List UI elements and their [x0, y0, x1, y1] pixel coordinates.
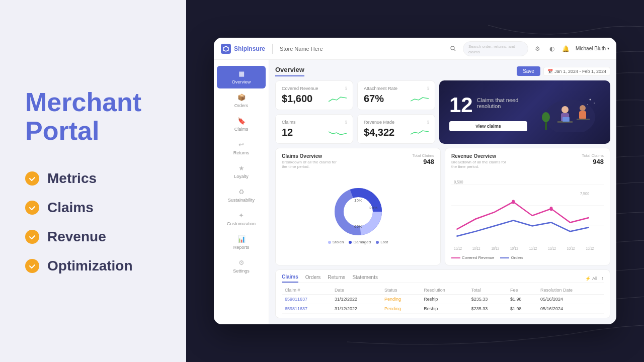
tab-statements[interactable]: Statements	[352, 275, 378, 282]
sidebar-label-returns: Returns	[233, 150, 250, 155]
store-name: Store Name Here	[280, 46, 323, 52]
hero-illustration	[540, 92, 600, 132]
hero-card: 12 Claims that need resolution View clai…	[439, 80, 610, 144]
svg-point-5	[561, 106, 569, 113]
revenue-total-value: 948	[582, 158, 604, 165]
sidebar-item-returns[interactable]: ↩ Returns	[217, 137, 266, 159]
logo-text: ShipInsure	[234, 45, 265, 52]
claims-section: Claims Orders Returns Statements ⚡ All ↑	[275, 269, 610, 318]
main-content: ▦ Overview 📦 Orders 🔖 Claims ↩ Returns ★	[214, 60, 616, 324]
svg-point-12	[590, 99, 591, 101]
revenue-overview-card: Revenue Overview Breakdown of all the cl…	[445, 148, 610, 265]
metric-label-claims: Claims	[282, 120, 296, 125]
save-button[interactable]: Save	[517, 66, 540, 76]
returns-icon: ↩	[238, 141, 244, 148]
date-range[interactable]: 📅 Jan 1, 2024 - Feb 1, 2024	[543, 67, 610, 76]
sidebar-item-orders[interactable]: 📦 Orders	[217, 89, 266, 112]
svg-point-28	[549, 207, 552, 211]
donut-chart: 15% 20% 65%	[333, 187, 383, 237]
svg-text:10/12: 10/12	[454, 246, 462, 251]
topbar-divider	[272, 44, 273, 54]
svg-point-18	[346, 199, 371, 224]
dashboard-card: ShipInsure Store Name Here Search order,…	[214, 38, 616, 324]
sidebar-item-overview[interactable]: ▦ Overview	[217, 66, 266, 88]
tab-claims[interactable]: Claims	[282, 274, 298, 283]
svg-text:65%: 65%	[354, 224, 362, 229]
filter-button[interactable]: ⚡ All	[585, 276, 597, 281]
topbar-right: Search order, returns, and claims ⚙ ◐ 🔔 …	[449, 41, 609, 56]
svg-line-1	[454, 50, 456, 51]
legend-label-orders: Orders	[511, 255, 523, 260]
claim-resolution-0: Reship	[421, 295, 468, 304]
table-row: 659811637 31/12/2022 Pending Reship $235…	[282, 295, 604, 304]
svg-text:10/12: 10/12	[472, 246, 480, 251]
svg-text:10/12: 10/12	[567, 246, 575, 251]
sidebar-item-loyalty[interactable]: ★ Loyalty	[217, 160, 266, 183]
feature-item-claims: Claims	[25, 200, 161, 216]
sidebar-item-claims[interactable]: 🔖 Claims	[217, 113, 266, 136]
claims-tabs: Claims Orders Returns Statements ⚡ All ↑	[282, 274, 604, 283]
svg-point-8	[580, 105, 586, 111]
sidebar-item-settings[interactable]: ⚙ Settings	[217, 255, 266, 278]
settings-icon[interactable]: ⚙	[533, 44, 542, 53]
bell-icon[interactable]: 🔔	[561, 44, 571, 53]
customization-icon: ✦	[238, 212, 244, 219]
moon-icon[interactable]: ◐	[547, 44, 556, 53]
svg-text:7,500: 7,500	[580, 191, 590, 196]
tab-orders[interactable]: Orders	[305, 275, 321, 282]
svg-text:10/12: 10/12	[586, 246, 594, 251]
view-claims-button[interactable]: View claims	[449, 121, 527, 131]
overview-icon: ▦	[238, 70, 245, 77]
search-icon[interactable]	[449, 44, 458, 53]
top-row: Covered Revenue ℹ $1,600	[275, 80, 610, 144]
search-bar[interactable]: Search order, returns, and claims	[463, 41, 528, 56]
claims-total-value: 948	[412, 158, 434, 165]
sidebar-label-customization: Customization	[227, 221, 256, 226]
svg-text:15%: 15%	[354, 198, 362, 203]
metric-info-icon-0: ℹ	[345, 86, 347, 91]
orders-icon: 📦	[237, 94, 246, 101]
legend-dot-lost	[376, 241, 379, 244]
sidebar-label-orders: Orders	[234, 103, 249, 108]
svg-point-0	[451, 46, 454, 50]
legend-label-covered-revenue: Covered Revenue	[462, 255, 494, 260]
sidebar: ▦ Overview 📦 Orders 🔖 Claims ↩ Returns ★	[214, 60, 269, 324]
sidebar-item-sustainability[interactable]: ♻ Sustainability	[217, 184, 266, 207]
settings-sidebar-icon: ⚙	[238, 259, 245, 266]
metric-label-revenue-made: Revenue Made	[364, 120, 394, 125]
trend-line-3	[411, 128, 429, 138]
claim-id-1[interactable]: 659811637	[285, 306, 307, 311]
col-resolution-date: Resolution Date	[537, 286, 604, 295]
tab-returns[interactable]: Returns	[328, 275, 345, 282]
svg-rect-11	[562, 117, 570, 122]
feature-item-metrics: Metrics	[25, 170, 161, 187]
legend-covered-revenue: Covered Revenue	[451, 255, 494, 260]
legend-lost: Lost	[376, 240, 388, 244]
filter-label: All	[592, 276, 597, 281]
legend-orders: Orders	[500, 255, 523, 260]
sidebar-item-customization[interactable]: ✦ Customization	[217, 208, 266, 230]
col-total: Total	[468, 286, 507, 295]
claim-resdate-1: 05/16/2024	[537, 304, 604, 314]
export-icon[interactable]: ↑	[601, 276, 604, 281]
claim-resolution-1: Reship	[421, 304, 468, 314]
feature-label-optimization: Optimization	[47, 258, 133, 274]
hero-left: 12 Claims that need resolution View clai…	[449, 93, 527, 131]
svg-text:9,500: 9,500	[454, 179, 463, 185]
metric-info-icon-2: ℹ	[345, 120, 347, 125]
loyalty-icon: ★	[238, 164, 245, 172]
legend-label-damaged: Damaged	[353, 240, 371, 244]
user-badge[interactable]: Michael Bluth ▾	[576, 46, 609, 51]
metric-card-revenue-made: Revenue Made ℹ $4,322	[357, 114, 435, 144]
trend-line-0	[329, 94, 347, 104]
sidebar-item-reports[interactable]: 📊 Reports	[217, 231, 266, 254]
metric-label-covered-revenue: Covered Revenue	[282, 86, 318, 91]
check-badge-revenue	[25, 230, 39, 244]
claim-id-0[interactable]: 659811637	[285, 297, 307, 302]
sidebar-label-reports: Reports	[233, 245, 250, 250]
svg-text:20%: 20%	[369, 206, 377, 210]
dashboard-body: Overview Save 📅 Jan 1, 2024 - Feb 1, 202…	[269, 60, 616, 324]
charts-row: Claims Overview Breakdown of all the cla…	[275, 148, 610, 265]
metric-value-revenue-made: $4,322	[364, 127, 394, 138]
line-chart: 9,500 7,500 10/12	[451, 171, 604, 253]
